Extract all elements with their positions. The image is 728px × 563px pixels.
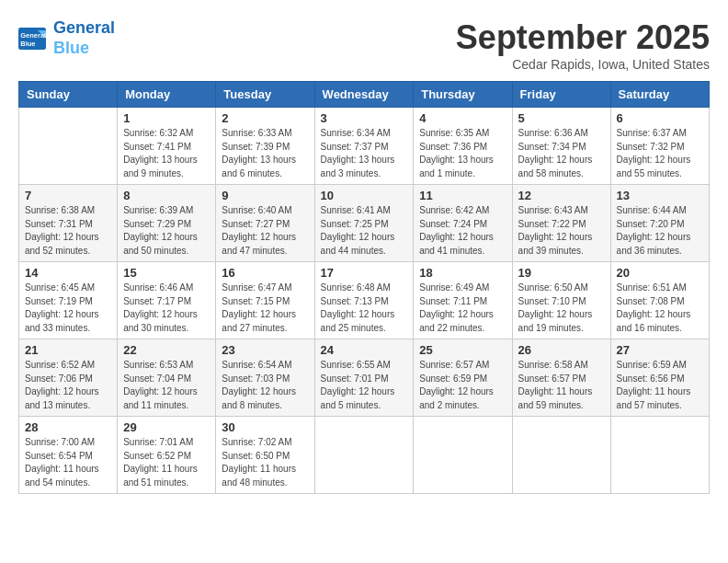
calendar-week-row: 21Sunrise: 6:52 AMSunset: 7:06 PMDayligh… [19,339,710,417]
day-number: 16 [222,266,308,280]
day-number: 25 [419,343,506,357]
day-info: Sunrise: 6:44 AMSunset: 7:20 PMDaylight:… [617,204,703,258]
day-info: Sunrise: 6:46 AMSunset: 7:17 PMDaylight:… [123,282,210,335]
logo-text: General Blue [53,18,115,58]
calendar-table: SundayMondayTuesdayWednesdayThursdayFrid… [18,81,710,494]
calendar-day-cell: 1Sunrise: 6:32 AMSunset: 7:41 PMDaylight… [118,108,216,185]
day-number: 8 [123,189,210,202]
title-block: September 2025 Cedar Rapids, Iowa, Unite… [456,18,710,72]
day-number: 15 [123,266,210,280]
calendar-week-row: 1Sunrise: 6:32 AMSunset: 7:41 PMDaylight… [19,108,710,185]
calendar-week-row: 7Sunrise: 6:38 AMSunset: 7:31 PMDaylight… [19,185,710,262]
calendar-day-cell: 18Sunrise: 6:49 AMSunset: 7:11 PMDayligh… [414,262,512,339]
day-number: 30 [222,420,308,434]
day-number: 10 [321,189,408,202]
day-info: Sunrise: 6:49 AMSunset: 7:11 PMDaylight:… [419,282,506,335]
day-number: 19 [518,266,605,280]
svg-text:Blue: Blue [20,39,35,47]
day-info: Sunrise: 6:35 AMSunset: 7:36 PMDaylight:… [419,127,506,180]
day-info: Sunrise: 6:39 AMSunset: 7:29 PMDaylight:… [123,204,210,258]
day-number: 26 [518,343,605,357]
calendar-day-cell: 25Sunrise: 6:57 AMSunset: 6:59 PMDayligh… [414,339,512,417]
calendar-day-cell: 8Sunrise: 6:39 AMSunset: 7:29 PMDaylight… [118,185,216,262]
day-number: 23 [222,343,308,357]
day-info: Sunrise: 6:32 AMSunset: 7:41 PMDaylight:… [123,127,210,180]
calendar-day-cell: 24Sunrise: 6:55 AMSunset: 7:01 PMDayligh… [314,339,414,417]
day-number: 17 [321,266,408,280]
day-number: 3 [321,111,408,125]
month-title: September 2025 [456,18,710,57]
calendar-day-cell: 5Sunrise: 6:36 AMSunset: 7:34 PMDaylight… [512,108,610,185]
day-info: Sunrise: 7:00 AMSunset: 6:54 PMDaylight:… [25,436,111,489]
day-info: Sunrise: 6:43 AMSunset: 7:22 PMDaylight:… [518,204,605,258]
day-number: 13 [617,189,703,202]
day-info: Sunrise: 6:47 AMSunset: 7:15 PMDaylight:… [222,282,308,335]
day-number: 28 [25,420,111,434]
calendar-day-cell: 29Sunrise: 7:01 AMSunset: 6:52 PMDayligh… [118,417,216,494]
day-of-week-header: Saturday [610,82,709,108]
day-number: 4 [419,111,506,125]
calendar-day-cell: 6Sunrise: 6:37 AMSunset: 7:32 PMDaylight… [610,108,709,185]
svg-text:General: General [20,30,46,39]
day-number: 27 [617,343,703,357]
calendar-day-cell: 15Sunrise: 6:46 AMSunset: 7:17 PMDayligh… [118,262,216,339]
day-info: Sunrise: 6:53 AMSunset: 7:04 PMDaylight:… [123,359,210,412]
day-info: Sunrise: 6:42 AMSunset: 7:24 PMDaylight:… [419,204,506,258]
day-number: 9 [222,189,308,202]
day-number: 14 [25,266,111,280]
day-info: Sunrise: 6:36 AMSunset: 7:34 PMDaylight:… [518,127,605,180]
day-info: Sunrise: 6:45 AMSunset: 7:19 PMDaylight:… [25,282,111,335]
day-number: 1 [123,111,210,125]
day-number: 7 [25,189,111,202]
day-number: 29 [123,420,210,434]
day-info: Sunrise: 6:34 AMSunset: 7:37 PMDaylight:… [321,127,408,180]
day-info: Sunrise: 6:41 AMSunset: 7:25 PMDaylight:… [321,204,408,258]
logo-icon: General Blue [18,28,46,50]
day-info: Sunrise: 6:37 AMSunset: 7:32 PMDaylight:… [617,127,703,180]
calendar-day-cell [414,417,512,494]
calendar-day-cell: 14Sunrise: 6:45 AMSunset: 7:19 PMDayligh… [19,262,118,339]
calendar-day-cell [610,417,709,494]
day-info: Sunrise: 6:50 AMSunset: 7:10 PMDaylight:… [518,282,605,335]
calendar-day-cell: 17Sunrise: 6:48 AMSunset: 7:13 PMDayligh… [314,262,414,339]
day-number: 24 [321,343,408,357]
day-number: 21 [25,343,111,357]
calendar-day-cell [19,108,118,185]
day-number: 5 [518,111,605,125]
day-of-week-header: Sunday [19,82,118,108]
calendar-day-cell: 27Sunrise: 6:59 AMSunset: 6:56 PMDayligh… [610,339,709,417]
day-info: Sunrise: 6:48 AMSunset: 7:13 PMDaylight:… [321,282,408,335]
calendar-day-cell: 10Sunrise: 6:41 AMSunset: 7:25 PMDayligh… [314,185,414,262]
calendar-day-cell: 26Sunrise: 6:58 AMSunset: 6:57 PMDayligh… [512,339,610,417]
day-info: Sunrise: 6:33 AMSunset: 7:39 PMDaylight:… [222,127,308,180]
day-of-week-header: Monday [118,82,216,108]
calendar-day-cell: 19Sunrise: 6:50 AMSunset: 7:10 PMDayligh… [512,262,610,339]
location: Cedar Rapids, Iowa, United States [456,57,710,72]
day-number: 22 [123,343,210,357]
calendar-day-cell: 16Sunrise: 6:47 AMSunset: 7:15 PMDayligh… [216,262,314,339]
day-number: 11 [419,189,506,202]
calendar-day-cell: 30Sunrise: 7:02 AMSunset: 6:50 PMDayligh… [216,417,314,494]
calendar-day-cell: 21Sunrise: 6:52 AMSunset: 7:06 PMDayligh… [19,339,118,417]
day-of-week-header: Wednesday [314,82,414,108]
calendar-day-cell: 11Sunrise: 6:42 AMSunset: 7:24 PMDayligh… [414,185,512,262]
calendar-day-cell: 28Sunrise: 7:00 AMSunset: 6:54 PMDayligh… [19,417,118,494]
day-info: Sunrise: 6:55 AMSunset: 7:01 PMDaylight:… [321,359,408,412]
day-of-week-header: Tuesday [216,82,314,108]
day-info: Sunrise: 6:54 AMSunset: 7:03 PMDaylight:… [222,359,308,412]
calendar-day-cell: 4Sunrise: 6:35 AMSunset: 7:36 PMDaylight… [414,108,512,185]
calendar-day-cell: 13Sunrise: 6:44 AMSunset: 7:20 PMDayligh… [610,185,709,262]
calendar-day-cell: 3Sunrise: 6:34 AMSunset: 7:37 PMDaylight… [314,108,414,185]
day-info: Sunrise: 6:58 AMSunset: 6:57 PMDaylight:… [518,359,605,412]
day-number: 6 [617,111,703,125]
calendar-day-cell: 9Sunrise: 6:40 AMSunset: 7:27 PMDaylight… [216,185,314,262]
day-info: Sunrise: 6:57 AMSunset: 6:59 PMDaylight:… [419,359,506,412]
day-number: 20 [617,266,703,280]
day-number: 18 [419,266,506,280]
page-header: General Blue General Blue September 2025… [18,18,710,72]
day-of-week-header: Thursday [414,82,512,108]
calendar-day-cell: 12Sunrise: 6:43 AMSunset: 7:22 PMDayligh… [512,185,610,262]
day-number: 2 [222,111,308,125]
day-of-week-header: Friday [512,82,610,108]
calendar-header-row: SundayMondayTuesdayWednesdayThursdayFrid… [19,82,710,108]
